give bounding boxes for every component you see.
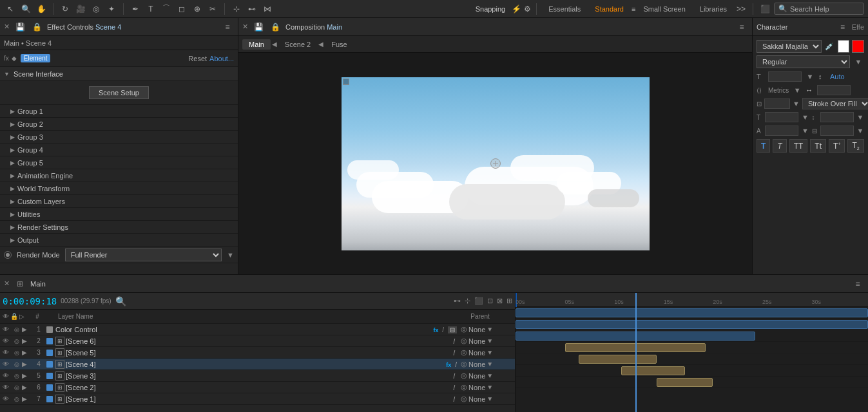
tl-tool-2[interactable]: ⊹ bbox=[465, 297, 470, 305]
character-menu-btn[interactable]: ≡ bbox=[836, 21, 849, 33]
layer-solo-3[interactable]: ◎ bbox=[13, 349, 21, 357]
pan-tool-icon[interactable]: ✦ bbox=[105, 3, 118, 15]
layer-solo-1[interactable]: ◎ bbox=[13, 326, 21, 333]
layer-expand-4[interactable]: ▶ bbox=[22, 360, 31, 368]
font-size-input[interactable]: 161 px bbox=[768, 71, 802, 82]
layer-solo-2[interactable]: ◎ bbox=[13, 337, 21, 345]
scene-interface-section[interactable]: ▼ Scene Interface bbox=[0, 67, 238, 81]
baseline-dropdown[interactable]: ▼ bbox=[801, 125, 809, 136]
custom-layers-row[interactable]: ▶ Custom Layers bbox=[0, 195, 238, 208]
tl-layer-row-3[interactable]: 👁 ◎ ▶ 3 ⊞ [Scene 5] / ◎ None ▼ bbox=[0, 347, 515, 359]
output-row[interactable]: ▶ Output bbox=[0, 234, 238, 247]
comp-lock-icon[interactable]: 🔒 bbox=[269, 21, 282, 33]
tl-layer-row-6[interactable]: 👁 ◎ ▶ 6 ⊞ [Scene 2] / ◎ None ▼ bbox=[0, 382, 515, 393]
pen-tool-icon[interactable]: ✒ bbox=[129, 3, 142, 15]
kerning-dropdown[interactable]: ▼ bbox=[791, 84, 803, 96]
stamp-tool-icon[interactable]: ⊕ bbox=[191, 3, 204, 15]
layer-expand-7[interactable]: ▶ bbox=[22, 395, 31, 402]
anchor2-tool-icon[interactable]: ⊷ bbox=[246, 3, 258, 15]
camera-tool-icon[interactable]: 🎥 bbox=[74, 3, 87, 15]
layer-solo-6[interactable]: ◎ bbox=[13, 384, 21, 391]
v-scale-input[interactable]: 100 % bbox=[820, 112, 854, 122]
utilities-row[interactable]: ▶ Utilities bbox=[0, 208, 238, 221]
parent-arrow-7[interactable]: ▼ bbox=[487, 395, 493, 402]
font-color-picker-icon[interactable]: ▼ bbox=[853, 56, 864, 68]
workspace-small-screen[interactable]: Small Screen bbox=[637, 4, 691, 14]
parent-arrow-3[interactable]: ▼ bbox=[487, 349, 493, 356]
select-tool-icon[interactable]: ↖ bbox=[4, 3, 17, 15]
font-color-box-red[interactable] bbox=[852, 40, 864, 53]
comp-save-icon[interactable]: 💾 bbox=[252, 21, 265, 33]
hand-tool-icon[interactable]: ✋ bbox=[35, 3, 48, 15]
comp-tab-fuse[interactable]: Fuse bbox=[325, 39, 353, 50]
v-scale-dropdown[interactable]: ▼ bbox=[856, 111, 864, 123]
text-caps-btn[interactable]: TT bbox=[789, 139, 808, 153]
baseline-input[interactable]: 0 px bbox=[765, 126, 798, 136]
more-workspaces-icon[interactable]: >> bbox=[735, 3, 747, 15]
tl-layer-row-4[interactable]: 👁 ◎ ▶ 4 ⊞ [Scene 4] fx / ◎ None ▼ bbox=[0, 359, 515, 370]
text-smallcaps-btn[interactable]: Tt bbox=[810, 139, 826, 153]
comp-close-btn[interactable]: ✕ bbox=[242, 23, 248, 31]
orbit-tool-icon[interactable]: ◎ bbox=[90, 3, 102, 15]
anchor3-tool-icon[interactable]: ⋈ bbox=[261, 3, 274, 15]
world-transform-row[interactable]: ▶ World Transform bbox=[0, 182, 238, 195]
group-row-2[interactable]: ▶ Group 2 bbox=[0, 118, 238, 131]
h-scale-input[interactable]: 100 % bbox=[765, 112, 798, 122]
layer-fx-icon-1[interactable]: fx bbox=[434, 327, 439, 333]
parent-arrow-1[interactable]: ▼ bbox=[487, 326, 493, 333]
parent-arrow-2[interactable]: ▼ bbox=[487, 337, 493, 344]
tracking-input[interactable]: -37 bbox=[817, 85, 851, 95]
workspace-standard[interactable]: Standard bbox=[588, 4, 630, 14]
parent-arrow-5[interactable]: ▼ bbox=[487, 372, 493, 379]
text-sub-btn[interactable]: T2 bbox=[847, 139, 863, 153]
tl-layer-row-7[interactable]: 👁 ◎ ▶ 7 ⊞ [Scene 1] / ◎ None ▼ bbox=[0, 393, 515, 405]
layer-expand-3[interactable]: ▶ bbox=[22, 349, 31, 356]
workspace-libraries[interactable]: Libraries bbox=[693, 4, 733, 14]
text-super-btn[interactable]: T+ bbox=[829, 139, 845, 153]
tl-tool-3[interactable]: ⬛ bbox=[474, 297, 483, 305]
comp-tab-main[interactable]: Main bbox=[242, 39, 271, 50]
tl-layer-row-2[interactable]: 👁 ◎ ▶ 2 ⊞ [Scene 6] / ◎ None ▼ bbox=[0, 335, 515, 347]
comp-tab-arrow-1[interactable]: ◀ bbox=[272, 41, 277, 48]
layer-expand-6[interactable]: ▶ bbox=[22, 384, 31, 391]
comp-tab-scene2[interactable]: Scene 2 bbox=[278, 39, 317, 50]
panel-menu-btn[interactable]: ≡ bbox=[221, 21, 234, 33]
render-mode-dropdown-icon[interactable]: ▼ bbox=[227, 251, 234, 259]
timeline-close-btn[interactable]: ✕ bbox=[4, 279, 10, 288]
corner-handle-tl[interactable] bbox=[343, 79, 349, 85]
tsumi-input[interactable]: 100 % bbox=[820, 126, 854, 136]
layer-fx-icon-4[interactable]: fx bbox=[446, 362, 451, 368]
eraser-tool-icon[interactable]: ◻ bbox=[175, 3, 188, 15]
group-row-4[interactable]: ▶ Group 4 bbox=[0, 144, 238, 156]
group-row-5[interactable]: ▶ Group 5 bbox=[0, 156, 238, 169]
render-settings-row[interactable]: ▶ Render Settings bbox=[0, 221, 238, 234]
layer-expand-2[interactable]: ▶ bbox=[22, 337, 31, 344]
tl-layer-row-5[interactable]: 👁 ◎ ▶ 5 ⊞ [Scene 3] / ◎ None ▼ bbox=[0, 370, 515, 382]
comp-tab-arrow-2[interactable]: ◀ bbox=[318, 41, 323, 48]
timeline-menu-btn[interactable]: ≡ bbox=[851, 277, 864, 290]
layer-solo-7[interactable]: ◎ bbox=[13, 395, 21, 403]
tl-layer-row-1[interactable]: 👁 ◎ ▶ 1 Color Control fx / ⊟ ◎ None ▼ bbox=[0, 324, 515, 335]
animation-engine-row[interactable]: ▶ Animation Engine bbox=[0, 169, 238, 182]
rotation-tool-icon[interactable]: ↻ bbox=[59, 3, 72, 15]
stroke-size-input[interactable]: 1 px bbox=[764, 98, 790, 109]
search-help-area[interactable]: 🔍 Search Help bbox=[774, 3, 864, 15]
magnify-tool-icon[interactable]: 🔍 bbox=[19, 3, 32, 15]
parent-arrow-4[interactable]: ▼ bbox=[487, 360, 493, 368]
group-row-1[interactable]: ▶ Group 1 bbox=[0, 105, 238, 118]
tl-tool-4[interactable]: ⊡ bbox=[487, 297, 493, 305]
brush-tool-icon[interactable]: ⌒ bbox=[160, 3, 173, 15]
search-icon[interactable]: ⬛ bbox=[758, 3, 771, 15]
layer-eye-1[interactable]: 👁 bbox=[3, 326, 12, 333]
reset-btn[interactable]: Reset bbox=[188, 55, 207, 62]
timeline-save-icon[interactable]: ⊞ bbox=[14, 277, 26, 290]
stroke-type-select[interactable]: Stroke Over Fill bbox=[802, 98, 868, 109]
tl-tool-6[interactable]: ⊞ bbox=[506, 297, 512, 305]
panel-lock-icon[interactable]: 🔒 bbox=[30, 21, 43, 33]
layer-eye-6[interactable]: 👁 bbox=[3, 384, 12, 391]
stroke-dropdown[interactable]: ▼ bbox=[793, 98, 800, 109]
layer-eye-3[interactable]: 👁 bbox=[3, 349, 12, 356]
panel-close-btn[interactable]: ✕ bbox=[4, 23, 10, 31]
panel-save-icon[interactable]: 💾 bbox=[14, 21, 26, 33]
workspace-essentials[interactable]: Essentials bbox=[542, 4, 587, 14]
